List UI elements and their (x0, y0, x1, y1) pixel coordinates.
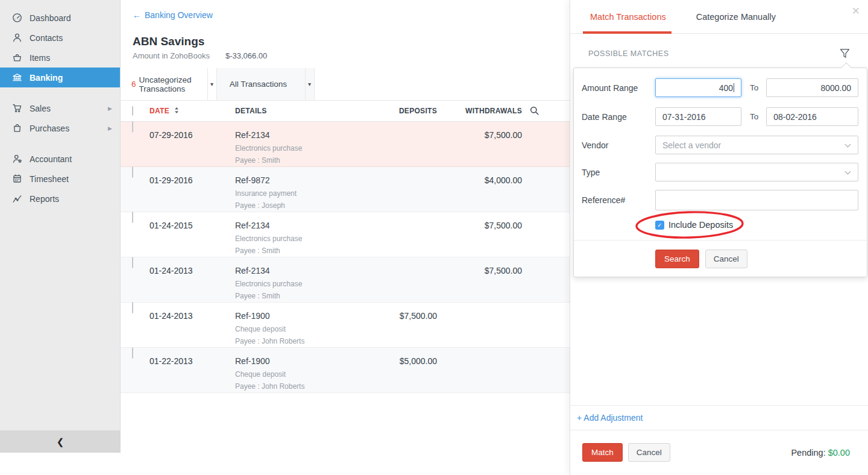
table-row[interactable]: 01-22-2013 Ref-1900 Cheque deposit Payee… (121, 348, 570, 393)
accountant-icon (12, 154, 22, 164)
text-cursor (734, 83, 734, 92)
table-row[interactable]: 01-24-2013 Ref-1900 Cheque deposit Payee… (121, 303, 570, 348)
to-label: To (750, 83, 758, 92)
vendor-select[interactable]: Select a vendor (655, 136, 858, 154)
tab-match-transactions[interactable]: Match Transactions (590, 12, 666, 22)
column-header-deposits[interactable]: DEPOSITS (392, 107, 437, 115)
chevron-right-icon: ▶ (108, 125, 112, 131)
row-checkbox[interactable] (132, 347, 133, 359)
sidebar-collapse-button[interactable]: ❮ (0, 430, 121, 453)
match-button[interactable]: Match (582, 443, 623, 462)
caret-down-icon: ▾ (306, 81, 314, 87)
tab-categorize-manually[interactable]: Categorize Manually (696, 12, 776, 22)
table-row[interactable]: 01-24-2013 Ref-2134 Electronics purchase… (121, 257, 570, 303)
sidebar-item-purchases[interactable]: Purchases ▶ (0, 118, 120, 138)
close-icon[interactable]: ✕ (852, 5, 860, 17)
table-row[interactable]: 07-29-2016 Ref-2134 Electronics purchase… (121, 122, 570, 167)
uncategorized-count: 6 (131, 80, 136, 89)
row-checkbox[interactable] (132, 302, 133, 313)
row-checkbox[interactable] (132, 121, 133, 133)
row-payee: Payee : Joseph (235, 201, 392, 210)
sidebar-item-label: Timesheet (30, 174, 69, 184)
transactions-table: 07-29-2016 Ref-2134 Electronics purchase… (121, 122, 570, 393)
row-description: Insurance payment (235, 189, 392, 198)
sidebar-item-label: Dashboard (30, 13, 71, 23)
all-transactions-dropdown[interactable]: All Transactions ▾ (217, 68, 315, 100)
row-payee: Payee : John Roberts (235, 337, 392, 345)
column-header-date[interactable]: DATE (149, 107, 169, 115)
chevron-down-icon (845, 142, 851, 148)
match-transactions-panel: Match Transactions Categorize Manually ✕… (570, 0, 868, 475)
sidebar-item-items[interactable]: Items (0, 48, 120, 68)
sidebar-item-reports[interactable]: Reports (0, 189, 120, 209)
sidebar-item-label: Items (30, 53, 50, 63)
column-header-details[interactable]: DETAILS (235, 107, 392, 115)
sidebar-item-banking[interactable]: Banking (0, 68, 120, 87)
vendor-row: Vendor Select a vendor (582, 136, 858, 154)
reference-row: Reference# (582, 190, 858, 210)
include-deposits-checkbox[interactable]: ✓ (655, 221, 664, 230)
sidebar-item-label: Contacts (30, 33, 63, 43)
sidebar-nav: Dashboard Contacts Items Banking Sales ▶… (0, 0, 120, 209)
row-date: 07-29-2016 (149, 130, 235, 140)
sidebar-item-contacts[interactable]: Contacts (0, 28, 120, 48)
sidebar-item-accountant[interactable]: Accountant (0, 149, 120, 169)
row-deposit-amount: $5,000.00 (392, 356, 437, 366)
popover-caret (841, 63, 852, 73)
pending-label: Pending: (791, 448, 825, 458)
row-checkbox[interactable] (132, 212, 133, 223)
table-row[interactable]: 01-29-2016 Ref-9872 Insurance payment Pa… (121, 167, 570, 212)
row-payee: Payee : Smith (235, 292, 392, 300)
sidebar-item-label: Banking (30, 73, 63, 83)
row-description: Electronics purchase (235, 234, 392, 243)
row-withdrawal-amount: $7,500.00 (437, 130, 522, 140)
row-date: 01-24-2013 (149, 266, 235, 275)
amount-range-row: Amount Range 400 To 8000.00 (582, 78, 858, 97)
pending-amount: Pending: $0.00 (791, 448, 850, 458)
date-from-input[interactable]: 07-31-2016 (655, 107, 741, 126)
sidebar-item-label: Sales (30, 104, 51, 113)
date-range-row: Date Range 07-31-2016 To 08-02-2016 (582, 107, 858, 126)
select-all-checkbox[interactable] (132, 106, 133, 116)
sidebar-item-dashboard[interactable]: Dashboard (0, 8, 120, 28)
reference-input[interactable] (655, 190, 858, 210)
type-label: Type (582, 168, 655, 177)
back-arrow-icon: ← (133, 10, 141, 20)
filter-funnel-icon[interactable] (840, 48, 850, 59)
all-transactions-label: All Transactions (217, 80, 300, 89)
caret-down-icon: ▾ (208, 81, 216, 87)
match-cancel-button[interactable]: Cancel (628, 443, 670, 462)
filter-popover: Amount Range 400 To 8000.00 Date Range 0… (573, 68, 867, 277)
row-checkbox[interactable] (132, 166, 133, 178)
search-button[interactable]: Search (655, 250, 699, 268)
chevron-left-icon: ❮ (57, 436, 64, 447)
main-content: ←Banking Overview ABN Savings Amount in … (121, 0, 570, 475)
amount-value: $-33,066.00 (225, 51, 267, 60)
amount-to-input[interactable]: 8000.00 (766, 78, 858, 97)
possible-matches-title: POSSIBLE MATCHES (588, 49, 669, 58)
date-to-input[interactable]: 08-02-2016 (766, 107, 858, 126)
account-title: ABN Savings (133, 35, 204, 48)
transactions-toolbar: 6 Uncategorized Transactions ▾ All Trans… (121, 68, 570, 101)
row-withdrawal-amount: $4,000.00 (437, 175, 522, 185)
sidebar-item-timesheet[interactable]: Timesheet (0, 169, 120, 189)
add-adjustment-link[interactable]: + Add Adjustment (577, 413, 643, 423)
table-row[interactable]: 01-24-2015 Ref-2134 Electronics purchase… (121, 212, 570, 257)
type-select[interactable] (655, 163, 858, 181)
banking-icon (12, 72, 22, 83)
search-icon[interactable] (530, 106, 539, 116)
row-checkbox[interactable] (132, 257, 133, 268)
column-header-withdrawals[interactable]: WITHDRAWALS (437, 107, 522, 115)
divider (574, 240, 867, 241)
panel-footer: Match Cancel Pending: $0.00 (570, 430, 868, 462)
type-row: Type (582, 163, 858, 181)
sidebar-item-sales[interactable]: Sales ▶ (0, 98, 120, 118)
banking-overview-back-link[interactable]: ←Banking Overview (133, 10, 213, 20)
row-deposit-amount: $7,500.00 (392, 311, 437, 321)
filter-actions: Search Cancel (655, 250, 747, 268)
uncategorized-transactions-dropdown[interactable]: 6 Uncategorized Transactions ▾ (121, 68, 217, 100)
row-reference: Ref-2134 (235, 130, 392, 140)
filter-cancel-button[interactable]: Cancel (705, 250, 747, 268)
sort-both-icon (174, 107, 179, 114)
amount-from-input[interactable]: 400 (655, 78, 741, 97)
